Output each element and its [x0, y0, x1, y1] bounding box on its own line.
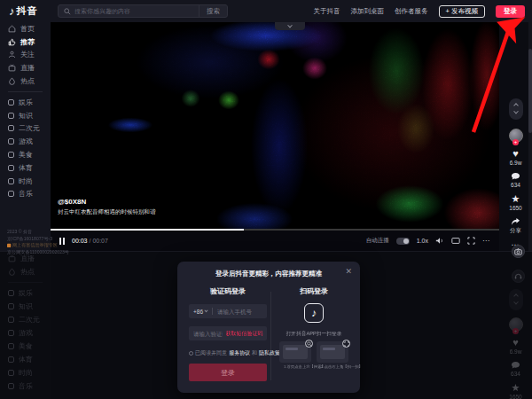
share-button[interactable]: 分享 [510, 217, 521, 235]
favorite-button[interactable]: ★ 1650 [509, 194, 521, 211]
heart-icon: ♥ [512, 149, 519, 159]
search-button[interactable]: 搜索 [199, 5, 227, 17]
sidebar-item-food[interactable]: 美食 [0, 148, 51, 161]
chevron-up-icon[interactable] [513, 103, 519, 108]
dim-sidebar-item-anime[interactable]: 二次元 [0, 313, 51, 326]
follow-plus-badge[interactable]: + [512, 139, 519, 145]
sidebar-footer: 2023 © 抖音 京ICP备16018077号-3 网上有害信息举报专区 京公… [7, 230, 51, 256]
link-creator-service[interactable]: 创作者服务 [395, 7, 428, 16]
dim-sidebar-item-fashion[interactable]: 时尚 [0, 366, 51, 379]
footer-report[interactable]: 网上有害信息举报专区 [7, 243, 44, 248]
sms-login-section: 验证码登录 +86 获取短信验证码 已阅读并同意 服务协议 和 隐私政策 登录 [189, 286, 267, 381]
dim-sidebar-item-hot[interactable]: 热点 [0, 265, 51, 278]
help-button[interactable] [512, 270, 525, 283]
agreement-checkbox[interactable] [189, 351, 193, 356]
left-sidebar: 首页 推荐 关注 直播 热点 娱乐 知识 二次元 游戏 美食 体育 时尚 音乐 … [0, 22, 51, 251]
sidebar-item-game[interactable]: 游戏 [0, 135, 51, 148]
volume-icon[interactable] [435, 237, 444, 245]
live-tv-icon [8, 64, 16, 72]
terms-link[interactable]: 服务协议 [229, 349, 250, 357]
dim-sidebar-item-food[interactable]: 美食 [0, 340, 51, 353]
qr-step-1: 1.首页点击上方【搜索】 [279, 341, 311, 372]
country-code[interactable]: +86 [193, 309, 203, 315]
sidebar-item-follow[interactable]: 关注 [0, 49, 51, 62]
sidebar-item-fashion[interactable]: 时尚 [0, 175, 51, 188]
sidebar-item-knowledge[interactable]: 知识 [0, 109, 51, 122]
magnifier-icon [305, 340, 313, 348]
sidebar-item-anime[interactable]: 二次元 [0, 122, 51, 136]
login-modal: 登录后抖音更精彩，内容推荐更精准 ✕ 验证码登录 +86 获取短信验证码 已阅读… [177, 262, 360, 393]
dim-sidebar-item-sports[interactable]: 体育 [0, 353, 51, 366]
sidebar-item-home[interactable]: 首页 [0, 22, 51, 35]
modal-divider [270, 292, 271, 380]
camera-icon [514, 248, 522, 255]
like-button[interactable]: ♥ 6.9w [510, 149, 522, 166]
comment-button[interactable]: 634 [511, 172, 520, 188]
step1-illustration [279, 341, 311, 363]
sidebar-item-hot[interactable]: 热点 [0, 74, 51, 88]
dim-sidebar-item-game[interactable]: 游戏 [0, 326, 51, 340]
link-about[interactable]: 关于抖音 [314, 7, 340, 16]
phone-input-group[interactable]: +86 [189, 304, 267, 318]
modal-login-button[interactable]: 登录 [189, 364, 267, 381]
fullscreen-icon[interactable] [467, 237, 475, 245]
search-bar[interactable]: 搜索 [58, 4, 228, 18]
dim-sidebar-item-knowledge[interactable]: 知识 [0, 300, 51, 313]
close-icon[interactable]: ✕ [345, 268, 352, 276]
sidebar-item-entertainment[interactable]: 娱乐 [0, 96, 51, 109]
sidebar-item-sports[interactable]: 体育 [0, 161, 51, 175]
agreement-row: 已阅读并同意 服务协议 和 隐私政策 [189, 349, 267, 357]
player-controls: 00:03 / 00:07 自动连播 1.0x ⋯ [51, 231, 499, 251]
knowledge-icon [8, 113, 14, 119]
theater-mode-icon[interactable] [451, 237, 460, 245]
sms-code-input[interactable] [193, 331, 223, 337]
page-scrollbar[interactable] [528, 22, 532, 251]
footer-icp[interactable]: 京ICP备16018077号-3 [7, 237, 44, 242]
top-header: ♪ 抖音 搜索 关于抖音 添加到桌面 创作者服务 + 发布视频 登录 [0, 0, 532, 22]
video-nav-pill[interactable] [509, 98, 523, 120]
dim-sidebar-item-music[interactable]: 音乐 [0, 379, 51, 393]
qr-hint: 打开抖音APP扫一扫登录 [286, 330, 342, 338]
douyin-logo[interactable]: ♪ 抖音 [0, 4, 51, 18]
scrollbar-thumb[interactable] [528, 49, 532, 133]
shield-icon [7, 244, 11, 247]
share-label: 分享 [510, 227, 521, 235]
code-input-group[interactable]: 获取短信验证码 [189, 326, 267, 340]
favorite-count: 1650 [509, 205, 521, 211]
sidebar-item-recommend[interactable]: 推荐 [0, 35, 51, 49]
playback-speed[interactable]: 1.0x [417, 238, 428, 244]
search-input[interactable] [71, 8, 199, 14]
music-note-icon: ♪ [9, 5, 15, 17]
chevron-down-icon[interactable] [513, 109, 519, 114]
time-display: 00:03 / 00:07 [72, 238, 108, 244]
home-icon [8, 25, 16, 33]
logo-text: 抖音 [17, 4, 38, 18]
dim-sidebar-item-entertainment[interactable]: 娱乐 [0, 286, 51, 300]
player-more-button[interactable]: ⋯ [482, 237, 490, 245]
sports-icon [8, 165, 14, 171]
phone-input[interactable] [217, 309, 262, 315]
sidebar-item-live[interactable]: 直播 [0, 61, 51, 74]
star-icon: ★ [512, 194, 520, 204]
entertainment-icon [8, 99, 14, 106]
footer-copyright: 2023 © 抖音 [7, 230, 44, 235]
login-button[interactable]: 登录 [496, 5, 525, 18]
sidebar-item-music[interactable]: 音乐 [0, 188, 51, 201]
autoplay-toggle[interactable] [396, 238, 410, 245]
collapse-tab[interactable] [275, 22, 305, 30]
sidebar-divider [8, 282, 43, 283]
get-code-link[interactable]: 获取短信验证码 [225, 330, 262, 337]
qr-code: ♪ [304, 303, 324, 323]
link-add-desktop[interactable]: 添加到桌面 [351, 7, 385, 16]
video-author[interactable]: @$0X8N [58, 198, 86, 206]
author-avatar[interactable]: + [509, 129, 523, 143]
flame-icon [8, 77, 16, 85]
pause-button[interactable] [59, 238, 65, 245]
footer-security[interactable]: 京公网安备11000002002023号 [7, 250, 44, 255]
video-canvas[interactable]: @$0X8N 封云中红衣配音师相遇的时候特别和谐 [51, 22, 499, 229]
publish-video-button[interactable]: + 发布视频 [439, 5, 485, 18]
search-icon [64, 8, 71, 15]
video-player[interactable]: @$0X8N 封云中红衣配音师相遇的时候特别和谐 00:03 / 00:07 自… [51, 22, 499, 251]
video-frame [51, 22, 499, 229]
screen-record-button[interactable] [512, 245, 525, 258]
